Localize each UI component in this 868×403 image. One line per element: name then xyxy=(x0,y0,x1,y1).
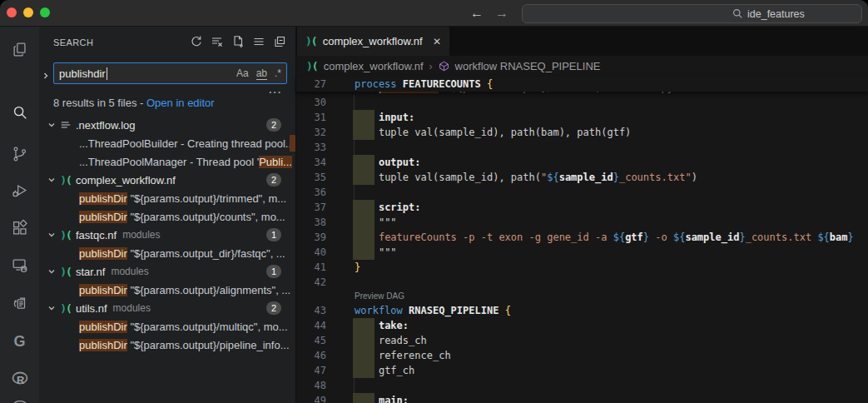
forward-button[interactable]: → xyxy=(492,3,512,23)
breadcrumb-symbol[interactable]: workflow RNASEQ_PIPELINE xyxy=(455,60,601,72)
partial-icon[interactable] xyxy=(0,393,39,403)
file-name: star.nf xyxy=(76,266,105,278)
search-file-row[interactable]: )(utils.nfmodules2 xyxy=(39,299,295,317)
line-number: 30 xyxy=(296,95,326,110)
r-lang-icon[interactable]: R xyxy=(0,366,39,391)
search-icon[interactable] xyxy=(0,100,39,125)
line-number: 33 xyxy=(296,140,326,155)
file-name: fastqc.nf xyxy=(76,229,117,241)
explorer-icon[interactable] xyxy=(0,37,39,62)
toggle-replace-chevron[interactable] xyxy=(42,67,52,85)
indent-highlight xyxy=(353,110,374,125)
search-results-tree: .nextflow.log2...ThreadPoolBuilder - Cre… xyxy=(39,116,295,354)
zoom-window-button[interactable] xyxy=(40,7,50,17)
chevron-down-icon[interactable] xyxy=(45,176,58,184)
indent-highlight xyxy=(353,363,374,378)
run-debug-icon[interactable] xyxy=(0,178,39,203)
line-number: 48 xyxy=(296,378,326,393)
search-file-row[interactable]: )(complex_workflow.nf2 xyxy=(39,171,295,189)
file-name: complex_workflow.nf xyxy=(76,174,176,187)
tab-complex-workflow[interactable]: )( complex_workflow.nf ✕ xyxy=(297,27,449,56)
file-dir: modules xyxy=(122,229,160,241)
search-match-row[interactable]: publishDir "${params.output}/counts", mo… xyxy=(39,207,295,226)
file-dir: modules xyxy=(113,302,151,314)
close-tab-icon[interactable]: ✕ xyxy=(433,36,441,47)
indent-guide xyxy=(354,140,355,155)
open-in-editor-link[interactable]: Open in editor xyxy=(146,97,215,109)
tab-bar: )( complex_workflow.nf ✕ xyxy=(296,27,868,56)
indent-guide xyxy=(354,95,355,110)
search-match-row[interactable]: publishDir "${params.output}/multiqc", m… xyxy=(39,317,295,336)
search-panel-actions xyxy=(189,34,287,49)
search-file-row[interactable]: )(fastqc.nfmodules1 xyxy=(39,226,295,244)
file-name: utils.nf xyxy=(76,302,107,315)
search-file-row[interactable]: .nextflow.log2 xyxy=(39,116,295,134)
indent-highlight xyxy=(353,333,374,348)
new-search-editor-icon[interactable] xyxy=(231,34,246,49)
line-number: 43 xyxy=(296,303,326,318)
chevron-down-icon[interactable] xyxy=(45,304,58,312)
line-number: 45 xyxy=(296,333,326,348)
indent-highlight xyxy=(353,318,374,333)
line-number: 37 xyxy=(296,200,326,215)
refresh-icon[interactable] xyxy=(189,34,204,49)
match-count-badge: 2 xyxy=(266,173,281,187)
line-number: 47 xyxy=(296,363,326,378)
source-control-icon[interactable] xyxy=(0,142,39,167)
text-caret xyxy=(107,67,107,80)
regex-toggle[interactable]: .* xyxy=(275,67,281,79)
code-line: 48 xyxy=(296,378,868,393)
gitlens-icon[interactable]: G xyxy=(0,329,39,354)
indent-highlight xyxy=(353,393,374,403)
search-match-row[interactable]: ...ThreadPoolBuilder - Creating thread p… xyxy=(39,134,295,152)
code-line: 32 tuple val(sample_id), path(bam), path… xyxy=(296,125,868,140)
search-match-row[interactable]: publishDir "${params.output}/trimmed", m… xyxy=(39,189,295,207)
log-file-icon xyxy=(60,119,72,131)
code-line: 33 xyxy=(296,140,868,155)
chevron-down-icon[interactable] xyxy=(45,121,58,129)
doc-sync-icon[interactable] xyxy=(0,291,39,316)
search-match-row[interactable]: publishDir "${params.output}/alignments"… xyxy=(39,281,295,299)
indent-highlight xyxy=(353,155,374,170)
search-sidebar: SEARCH publishdir Aa ab .* ··· xyxy=(39,27,296,403)
search-match-row[interactable]: publishDir "${params.output}/pipeline_in… xyxy=(39,336,295,354)
collapse-all-icon[interactable] xyxy=(272,34,287,49)
match-case-toggle[interactable]: Aa xyxy=(236,67,249,79)
line-number: 40 xyxy=(296,245,326,260)
whole-word-toggle[interactable]: ab xyxy=(256,67,267,80)
nextflow-file-icon: )( xyxy=(60,174,72,187)
code-line: 39 featureCounts -p -t exon -g gene_id -… xyxy=(296,230,868,245)
chevron-down-icon[interactable] xyxy=(45,267,58,276)
line-number: 34 xyxy=(296,155,326,170)
line-number: 27 xyxy=(296,77,326,92)
breadcrumb: )( complex_workflow.nf › workflow RNASEQ… xyxy=(296,56,868,77)
line-number: 46 xyxy=(296,348,326,363)
indent-highlight xyxy=(353,245,374,260)
line-number: 31 xyxy=(296,110,326,125)
breadcrumb-file[interactable]: complex_workflow.nf xyxy=(324,60,424,72)
nextflow-file-icon: )( xyxy=(60,266,72,278)
search-match-row[interactable]: publishDir "${params.output_dir}/fastqc"… xyxy=(39,244,295,262)
search-icon xyxy=(732,8,743,19)
code-line: 46 reference_ch xyxy=(296,348,868,363)
search-match-row[interactable]: ...ThreadPoolManager - Thread pool 'Publ… xyxy=(39,152,295,171)
search-input[interactable]: publishdir Aa ab .* xyxy=(53,62,287,84)
remote-explorer-icon[interactable] xyxy=(0,253,39,278)
code-line: 34 output: xyxy=(296,155,868,170)
search-file-row[interactable]: )(star.nfmodules1 xyxy=(39,262,295,281)
command-center[interactable]: ide_features xyxy=(522,4,862,23)
extensions-icon[interactable] xyxy=(0,216,39,241)
chevron-down-icon[interactable] xyxy=(45,231,58,239)
view-as-list-icon[interactable] xyxy=(251,34,266,49)
close-window-button[interactable] xyxy=(7,7,17,17)
vscode-window: ← → ide_features G R xyxy=(0,0,868,403)
tab-label: complex_workflow.nf xyxy=(323,35,423,47)
code-line: 35 tuple val(sample_id), path("${sample_… xyxy=(296,170,868,185)
back-button[interactable]: ← xyxy=(467,3,487,23)
clear-search-results-icon[interactable] xyxy=(210,34,225,49)
codelens-preview-dag[interactable]: Preview DAG xyxy=(296,290,868,303)
code-line: 43workflow RNASEQ_PIPELINE { xyxy=(296,303,868,318)
code-editor[interactable]: 27process FEATURECOUNTS { publishDir "${… xyxy=(296,77,868,403)
minimize-window-button[interactable] xyxy=(23,7,33,17)
toggle-search-details[interactable]: ··· xyxy=(269,86,282,98)
